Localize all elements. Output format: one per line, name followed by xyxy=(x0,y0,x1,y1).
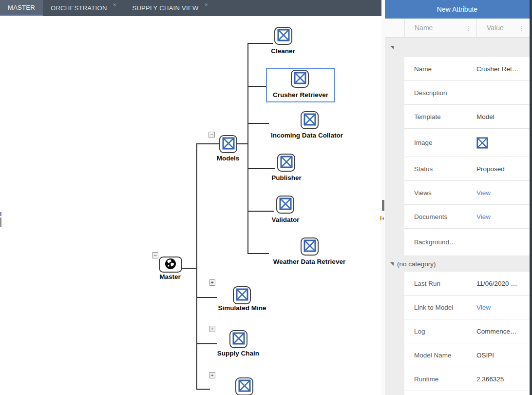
tab-supply-chain-view[interactable]: SUPPLY CHAIN VIEW ✕ xyxy=(124,0,216,16)
column-header-value[interactable]: Value ⋮ xyxy=(476,19,530,37)
x-box-image-icon xyxy=(304,113,316,128)
column-menu-icon[interactable]: ⋮ xyxy=(518,24,525,32)
x-box-image-icon xyxy=(476,138,488,146)
tab-supply-chain-view-label: SUPPLY CHAIN VIEW xyxy=(132,4,198,12)
attr-name: Template xyxy=(404,113,476,120)
attr-value[interactable]: 2.366325 xyxy=(476,375,530,383)
attribute-row-background[interactable]: Background… xyxy=(385,229,530,256)
attr-name: Last Run xyxy=(404,280,476,287)
attribute-row-runtime[interactable]: Runtime 2.366325 xyxy=(385,367,530,391)
view-link[interactable]: View xyxy=(476,213,530,220)
column-header-name[interactable]: Name ⋮ xyxy=(404,19,476,37)
node-label-publisher[interactable]: Publisher xyxy=(271,174,302,181)
attr-name: Image xyxy=(404,139,476,146)
canvas-left-scroll-thumb[interactable] xyxy=(0,217,1,227)
attr-name: Model Name xyxy=(404,352,476,359)
attr-value-image[interactable] xyxy=(476,137,530,149)
attribute-row-last-run[interactable]: Last Run 11/06/2020 … xyxy=(385,272,530,296)
diagram-canvas[interactable]: Master − Models − Cleaner Crusher Retrie… xyxy=(0,16,381,395)
x-box-image-icon xyxy=(279,198,292,212)
group-header-blank[interactable] xyxy=(385,38,530,57)
node-simulated-mine[interactable] xyxy=(233,286,251,304)
node-supply-chain[interactable] xyxy=(229,330,247,348)
attribute-row-status[interactable]: Status Proposed xyxy=(385,157,530,181)
node-label-models[interactable]: Models xyxy=(217,155,240,162)
x-box-image-icon xyxy=(236,288,248,303)
column-name-label: Name xyxy=(415,24,433,32)
x-box-image-icon xyxy=(232,332,245,347)
node-validator[interactable] xyxy=(276,196,294,214)
attr-value[interactable]: 11/06/2020 … xyxy=(476,280,530,287)
node-weather-data-retriever[interactable] xyxy=(301,237,319,256)
connector-line xyxy=(196,389,210,390)
x-box-image-icon xyxy=(294,72,306,86)
window-right-scrollbar-track[interactable] xyxy=(530,0,532,395)
node-label-supply-chain[interactable]: Supply Chain xyxy=(217,350,259,357)
attribute-row-documents[interactable]: Documents View xyxy=(385,205,530,229)
close-icon[interactable]: ✕ xyxy=(113,2,117,7)
attr-value[interactable]: Crusher Ret… xyxy=(476,65,530,73)
attr-value[interactable]: Proposed xyxy=(476,165,530,173)
attr-name: Name xyxy=(404,65,476,73)
close-icon[interactable]: ✕ xyxy=(205,2,209,7)
selection-box[interactable]: Crusher Retriever xyxy=(266,68,335,102)
collapse-button[interactable]: − xyxy=(152,252,158,258)
group-header-no-category[interactable]: (no category) xyxy=(385,256,530,272)
group-label: (no category) xyxy=(397,260,436,268)
connector-line xyxy=(196,343,217,344)
attr-value[interactable]: Commence… xyxy=(476,328,530,335)
attribute-row-link-to-model[interactable]: Link to Model View xyxy=(385,296,530,319)
tab-orchestration[interactable]: ORCHESTRATION ✕ xyxy=(43,0,124,16)
attr-name: Description xyxy=(404,89,476,97)
view-link[interactable]: View xyxy=(476,189,530,197)
node-label-validator[interactable]: Validator xyxy=(271,216,299,223)
attribute-panel: New Attribute Name ⋮ Value ⋮ Name Crushe… xyxy=(385,0,530,395)
attr-value[interactable]: Model xyxy=(476,113,530,120)
attribute-row-log[interactable]: Log Commence… xyxy=(385,319,530,343)
connector-line xyxy=(196,143,197,389)
node-label-simulated-mine[interactable]: Simulated Mine xyxy=(218,304,266,312)
collapse-triangle-icon[interactable] xyxy=(390,46,394,49)
collapse-button[interactable]: − xyxy=(209,132,215,138)
panel-title: New Attribute xyxy=(437,5,477,13)
node-label-incoming-data-collator[interactable]: Incoming Data Collator xyxy=(271,132,343,139)
expand-button[interactable]: + xyxy=(209,279,215,286)
splitter-collapse-icon[interactable] xyxy=(380,216,385,220)
node-label-crusher-retriever[interactable]: Crusher Retriever xyxy=(273,91,328,99)
node-master[interactable] xyxy=(159,257,182,273)
attribute-row-name[interactable]: Name Crusher Ret… xyxy=(385,57,530,81)
x-box-image-icon xyxy=(238,379,251,394)
connector-line xyxy=(247,86,266,87)
expand-button[interactable]: + xyxy=(209,372,215,378)
attribute-row-views[interactable]: Views View xyxy=(385,181,530,205)
connector-line xyxy=(247,211,274,212)
attr-name: Views xyxy=(404,189,476,197)
grid-header-gutter xyxy=(385,19,404,37)
node-label-master[interactable]: Master xyxy=(159,273,181,280)
tab-bar: MASTER ORCHESTRATION ✕ SUPPLY CHAIN VIEW… xyxy=(0,0,381,16)
collapse-triangle-icon[interactable] xyxy=(390,262,394,266)
node-models[interactable] xyxy=(219,135,237,153)
column-menu-icon[interactable]: ⋮ xyxy=(465,24,472,32)
splitter-bar[interactable] xyxy=(381,0,385,395)
panel-filler xyxy=(385,391,530,395)
node-crusher-retriever[interactable] xyxy=(291,70,309,88)
connector-line xyxy=(247,43,248,253)
attribute-row-description[interactable]: Description xyxy=(385,81,530,105)
node-label-weather-data-retriever[interactable]: Weather Data Retriever xyxy=(273,258,345,265)
node-label-cleaner[interactable]: Cleaner xyxy=(271,47,295,55)
scrollbar-thumb[interactable] xyxy=(382,200,384,211)
node-publisher[interactable] xyxy=(277,154,295,172)
view-link[interactable]: View xyxy=(476,304,530,311)
node-cleaner[interactable] xyxy=(274,27,292,45)
connector-line xyxy=(247,43,273,44)
attribute-row-template[interactable]: Template Model xyxy=(385,105,530,129)
connector-line xyxy=(247,168,275,169)
expand-button[interactable]: + xyxy=(209,326,215,332)
attr-value[interactable]: OSIPI xyxy=(476,352,530,359)
attribute-row-image[interactable]: Image xyxy=(385,129,530,157)
attribute-row-model-name[interactable]: Model Name OSIPI xyxy=(385,343,530,367)
node-partial-bottom[interactable] xyxy=(235,377,253,395)
node-incoming-data-collator[interactable] xyxy=(301,111,319,129)
tab-master[interactable]: MASTER xyxy=(0,0,43,16)
